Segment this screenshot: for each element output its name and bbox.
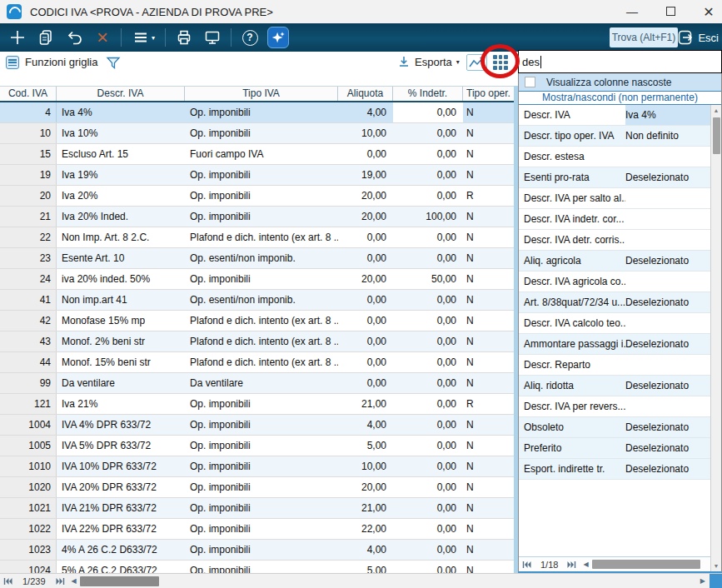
- table-row[interactable]: 43Monof. 2% beni strPlafond e dich. inte…: [0, 331, 514, 352]
- cell-tipo-iva[interactable]: Op. imponibili: [185, 102, 338, 122]
- cell-tipo-iva[interactable]: Op. imponibili: [185, 269, 338, 289]
- cell-descr-iva[interactable]: Non imp.art 41: [57, 290, 185, 310]
- cell-aliquota[interactable]: 20,00: [338, 207, 393, 227]
- scroll-right-button[interactable]: ▶: [700, 577, 705, 585]
- cell-indetr[interactable]: 0,00: [393, 519, 463, 539]
- column-list-item[interactable]: Art. 8/38quat/72/34 u...Deselezionato: [519, 292, 710, 313]
- cell-aliquota[interactable]: 0,00: [338, 331, 393, 351]
- cell-indetr[interactable]: 0,00: [393, 165, 463, 185]
- cell-cod-iva[interactable]: 121: [0, 394, 57, 414]
- cell-descr-iva[interactable]: iva 20% inded. 50%: [57, 269, 185, 289]
- table-row[interactable]: 1005IVA 5% DPR 633/72Op. imponibili5,000…: [0, 436, 514, 456]
- column-header-tipo-iva[interactable]: Tipo IVA: [185, 87, 338, 101]
- cell-indetr[interactable]: 0,00: [393, 373, 463, 393]
- table-row[interactable]: 10Iva 10%Op. imponibili10,000,00N: [0, 123, 514, 144]
- cell-cod-iva[interactable]: 22: [0, 227, 57, 247]
- column-list-item[interactable]: Descr. tipo oper. IVANon definito: [519, 126, 710, 147]
- menu-button[interactable]: ▾: [127, 27, 159, 48]
- cell-descr-iva[interactable]: Iva 21%: [57, 394, 185, 414]
- cell-aliquota[interactable]: 4,00: [338, 415, 393, 435]
- cell-tipo-oper[interactable]: N: [463, 456, 514, 476]
- cell-tipo-oper[interactable]: N: [463, 498, 514, 518]
- cell-aliquota[interactable]: 5,00: [338, 561, 393, 573]
- cell-aliquota[interactable]: 0,00: [338, 290, 393, 310]
- table-row[interactable]: 10234% A 26 C.2 D633/72Op. imponibili4,0…: [0, 540, 514, 561]
- maximize-button[interactable]: [662, 5, 679, 18]
- cell-indetr[interactable]: 0,00: [393, 290, 463, 310]
- grid-functions-label[interactable]: Funzioni griglia: [25, 56, 97, 68]
- panel-horizontal-scrollbar-thumb[interactable]: [592, 560, 700, 569]
- table-row[interactable]: 1020IVA 20% DPR 633/72Op. imponibili20,0…: [0, 477, 514, 498]
- cell-descr-iva[interactable]: IVA 10% DPR 633/72: [57, 456, 185, 476]
- cell-indetr[interactable]: 0,00: [393, 540, 463, 560]
- cell-indetr[interactable]: 0,00: [393, 123, 463, 143]
- cell-descr-iva[interactable]: Iva 4%: [57, 102, 185, 122]
- cell-tipo-oper[interactable]: N: [463, 540, 514, 560]
- cell-cod-iva[interactable]: 4: [0, 102, 57, 122]
- cell-descr-iva[interactable]: Monofase 15% mp: [57, 311, 185, 331]
- cell-cod-iva[interactable]: 10: [0, 123, 57, 143]
- help-button[interactable]: ?: [237, 27, 262, 48]
- cell-cod-iva[interactable]: 1020: [0, 477, 57, 497]
- cell-aliquota[interactable]: 0,00: [338, 227, 393, 247]
- table-row[interactable]: 20Iva 20%Op. imponibili20,000,00R: [0, 186, 514, 207]
- cell-cod-iva[interactable]: 42: [0, 311, 57, 331]
- cell-tipo-oper[interactable]: N: [463, 415, 514, 435]
- panel-scroll-left-button[interactable]: ◀: [583, 561, 588, 568]
- scroll-left-button[interactable]: ◀: [72, 577, 77, 585]
- cell-indetr[interactable]: 0,00: [393, 561, 463, 573]
- cell-tipo-oper[interactable]: N: [463, 331, 514, 351]
- cell-cod-iva[interactable]: 1010: [0, 456, 57, 476]
- cell-tipo-iva[interactable]: Plafond e dich. intento (ex art. 8 ...: [185, 311, 338, 331]
- column-list-item[interactable]: Aliq. ridottaDeselezionato: [519, 376, 710, 396]
- cell-descr-iva[interactable]: IVA 20% DPR 633/72: [57, 477, 185, 497]
- ai-assistant-button[interactable]: [266, 27, 291, 48]
- cell-descr-iva[interactable]: Escluso Art. 15: [57, 144, 185, 164]
- cell-tipo-oper[interactable]: R: [463, 394, 514, 414]
- cell-aliquota[interactable]: 20,00: [338, 269, 393, 289]
- column-search-input[interactable]: des: [518, 50, 722, 73]
- cell-tipo-oper[interactable]: R: [463, 186, 514, 206]
- cell-indetr[interactable]: 0,00: [393, 227, 463, 247]
- cell-tipo-iva[interactable]: Op. imponibili: [185, 540, 338, 560]
- table-row[interactable]: 44Monof. 15% beni strPlafond e dich. int…: [0, 352, 514, 373]
- table-row[interactable]: 1004IVA 4% DPR 633/72Op. imponibili4,000…: [0, 415, 514, 436]
- table-row[interactable]: 121Iva 21%Op. imponibili21,000,00R: [0, 394, 514, 415]
- column-list-item[interactable]: ObsoletoDeselezionato: [519, 417, 710, 438]
- cell-aliquota[interactable]: 22,00: [338, 519, 393, 539]
- cell-cod-iva[interactable]: 41: [0, 290, 57, 310]
- column-header-tipo-oper[interactable]: Tipo oper.: [463, 87, 514, 101]
- cell-cod-iva[interactable]: 44: [0, 352, 57, 372]
- column-list-item[interactable]: Ammontare passaggi i...Deselezionato: [519, 334, 710, 355]
- cell-cod-iva[interactable]: 99: [0, 373, 57, 393]
- column-header-cod-iva[interactable]: Cod. IVA: [0, 87, 57, 101]
- column-list-item[interactable]: Esenti pro-rataDeselezionato: [519, 167, 710, 188]
- cell-tipo-oper[interactable]: N: [463, 519, 514, 539]
- panel-vertical-scrollbar[interactable]: ▲ ▼: [710, 105, 721, 571]
- cell-aliquota[interactable]: 0,00: [338, 144, 393, 164]
- cell-tipo-oper[interactable]: N: [463, 436, 514, 456]
- cell-cod-iva[interactable]: 20: [0, 186, 57, 206]
- cell-tipo-oper[interactable]: N: [463, 290, 514, 310]
- panel-first-page-button[interactable]: [522, 561, 531, 569]
- cell-aliquota[interactable]: 0,00: [338, 352, 393, 372]
- export-button[interactable]: Esporta ▾: [397, 55, 460, 68]
- cell-aliquota[interactable]: 10,00: [338, 123, 393, 143]
- cell-tipo-iva[interactable]: Op. imponibili: [185, 123, 338, 143]
- cell-cod-iva[interactable]: 1004: [0, 415, 57, 435]
- cell-indetr[interactable]: 0,00: [393, 311, 463, 331]
- column-list-item[interactable]: Descr. IVAIva 4%: [519, 105, 710, 126]
- close-button[interactable]: ✕: [700, 4, 717, 20]
- cell-tipo-iva[interactable]: Op. imponibili: [185, 456, 338, 476]
- cell-aliquota[interactable]: 21,00: [338, 498, 393, 518]
- cell-cod-iva[interactable]: 24: [0, 269, 57, 289]
- cell-tipo-oper[interactable]: N: [463, 227, 514, 247]
- chart-button[interactable]: [466, 54, 487, 71]
- cell-indetr[interactable]: 0,00: [393, 352, 463, 372]
- cell-tipo-oper[interactable]: N: [463, 144, 514, 164]
- table-row[interactable]: 21Iva 20% Inded.Op. imponibili20,00100,0…: [0, 207, 514, 227]
- cell-tipo-oper[interactable]: N: [463, 561, 514, 573]
- cell-cod-iva[interactable]: 1023: [0, 540, 57, 560]
- column-list-item[interactable]: Descr. IVA calcolo teo...: [519, 313, 710, 334]
- cell-indetr[interactable]: 0,00: [393, 394, 463, 414]
